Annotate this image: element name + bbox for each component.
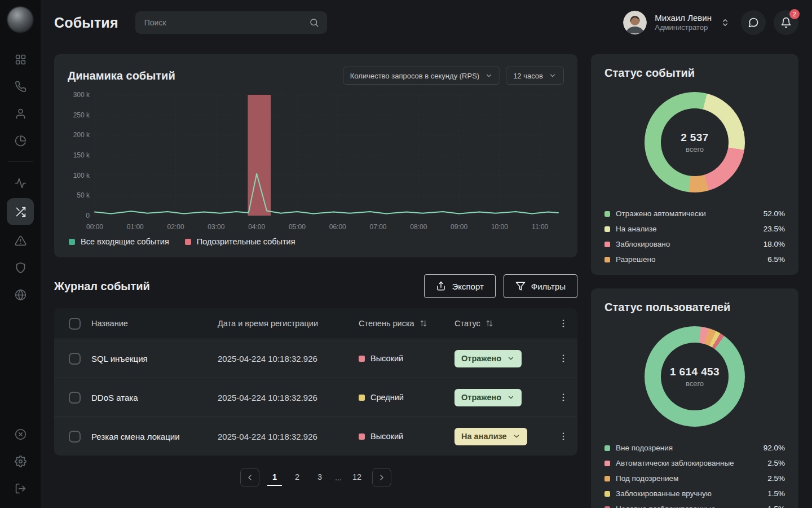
events-status-card: Статус событий 2 537 всего Отражено авто… <box>591 54 798 275</box>
legend-label: Заблокировано <box>616 240 670 248</box>
legend-value: 92.0% <box>764 444 785 452</box>
legend-swatch <box>604 226 610 232</box>
row-kebab-menu-icon[interactable] <box>558 353 568 364</box>
user-name: Михаил Левин <box>655 13 712 24</box>
alert-triangle-icon <box>15 235 27 247</box>
svg-text:06:00: 06:00 <box>329 223 346 231</box>
svg-text:200 k: 200 k <box>73 131 90 139</box>
chevron-down-icon <box>507 354 515 362</box>
filters-button[interactable]: Фильтры <box>504 274 577 298</box>
chevron-down-icon <box>549 72 557 80</box>
sidebar-item-activity[interactable] <box>7 171 34 195</box>
sidebar-item-alert-triangle[interactable] <box>7 229 34 252</box>
chevron-down-icon <box>513 432 520 440</box>
pagination-page-3[interactable]: 3 <box>312 469 327 486</box>
metric-select[interactable]: Количество запросов в секунду (RPS) <box>343 67 500 85</box>
svg-text:100 k: 100 k <box>73 172 90 179</box>
settings-icon <box>15 456 27 467</box>
sidebar-item-pie-chart[interactable] <box>7 129 34 152</box>
svg-text:11:00: 11:00 <box>532 223 548 231</box>
sidebar-divider <box>8 161 33 162</box>
events-status-legend: Отражено автоматически52.0%На анализе23.… <box>604 203 785 264</box>
message-icon <box>748 17 759 28</box>
status-dropdown[interactable]: Отражено <box>454 389 522 406</box>
search-input[interactable] <box>135 11 327 34</box>
pagination-page-12[interactable]: 12 <box>350 469 364 486</box>
sidebar-item-user[interactable] <box>7 102 34 125</box>
app-logo[interactable] <box>7 7 33 33</box>
legend-label: Недавно разблокированные <box>616 505 716 508</box>
sidebar-item-log-out[interactable] <box>7 476 34 500</box>
column-status[interactable]: Статус <box>454 319 541 328</box>
event-name: DDoS атака <box>91 393 218 402</box>
sidebar-item-phone[interactable] <box>7 75 34 98</box>
legend-swatch <box>604 476 610 481</box>
column-risk[interactable]: Степень риска <box>359 319 454 328</box>
row-checkbox[interactable] <box>69 353 81 365</box>
messages-button[interactable] <box>741 10 766 35</box>
status-legend-item: Заблокировано18.0% <box>604 240 785 248</box>
sidebar-nav <box>7 47 34 306</box>
svg-text:03:00: 03:00 <box>208 223 224 231</box>
filters-button-label: Фильтры <box>531 282 566 291</box>
user-icon <box>15 108 27 120</box>
pagination-next[interactable] <box>372 468 391 487</box>
sidebar-item-grid[interactable] <box>7 47 34 71</box>
avatar[interactable] <box>623 11 647 34</box>
table-header-row: Название Дата и время регистрации Степен… <box>54 308 577 339</box>
status-dropdown[interactable]: Отражено <box>454 350 522 367</box>
grid-icon <box>15 54 27 65</box>
svg-text:50 k: 50 k <box>77 191 90 199</box>
pagination-prev[interactable] <box>240 468 259 487</box>
row-checkbox[interactable] <box>69 392 81 404</box>
sidebar-item-shuffle[interactable] <box>7 198 34 225</box>
dynamics-card: Динамика событий Количество запросов в с… <box>54 54 577 257</box>
donut-center: 1 614 453 всего <box>661 343 729 410</box>
status-legend-item: На анализе23.5% <box>604 225 785 233</box>
row-kebab-menu-icon[interactable] <box>558 431 568 441</box>
table-kebab-menu-icon[interactable] <box>558 318 568 329</box>
sidebar-item-settings[interactable] <box>7 449 34 473</box>
users-total-caption: всего <box>686 379 704 388</box>
legend-value: 23.5% <box>764 225 785 233</box>
chevrons-up-down-icon[interactable] <box>721 18 730 27</box>
notifications-button[interactable]: 2 <box>774 10 798 35</box>
search-icon <box>309 17 319 28</box>
legend-label: Отражено автоматически <box>616 209 706 218</box>
user-meta[interactable]: Михаил Левин Администратор <box>655 13 712 33</box>
globe-icon <box>15 289 27 301</box>
risk-swatch <box>359 395 365 401</box>
row-kebab-menu-icon[interactable] <box>558 392 568 402</box>
sidebar-item-globe[interactable] <box>7 283 34 306</box>
log-title: Журнал событий <box>54 280 150 293</box>
status-dropdown[interactable]: На анализе <box>454 428 527 445</box>
legend-label: Все входящие события <box>81 237 169 246</box>
row-checkbox[interactable] <box>69 431 81 443</box>
table-row: DDoS атака2025-04-224 10:18:32.926Средни… <box>54 378 577 417</box>
user-role: Администратор <box>655 23 712 32</box>
users-status-donut: 1 614 453 всего <box>645 326 745 427</box>
risk-swatch <box>359 433 365 440</box>
log-out-icon <box>15 483 27 494</box>
select-all-checkbox[interactable] <box>69 318 81 330</box>
export-button[interactable]: Экспорт <box>424 274 495 298</box>
period-select[interactable]: 12 часов <box>506 67 564 85</box>
pagination-page-1[interactable]: 1 <box>267 469 282 486</box>
event-datetime: 2025-04-224 10:18:32.926 <box>218 432 359 441</box>
users-status-title: Статус пользователей <box>604 301 785 314</box>
chevron-down-icon <box>485 72 493 80</box>
pagination-page-2[interactable]: 2 <box>290 469 304 486</box>
chevron-left-icon <box>245 473 254 482</box>
chevron-down-icon <box>507 393 515 401</box>
chart-legend-item: Все входящие события <box>69 237 169 246</box>
sidebar-item-shield[interactable] <box>7 256 34 279</box>
events-line-chart: 300 k250 k200 k150 k100 k50 k000:0001:00… <box>68 90 564 236</box>
pie-chart-icon <box>15 135 27 147</box>
svg-text:01:00: 01:00 <box>127 223 144 231</box>
status-legend-item: Автоматически заблокированные2.5% <box>604 459 785 467</box>
users-status-legend: Вне подозрения92.0%Автоматически заблоки… <box>604 437 785 508</box>
incoming-events-line <box>95 174 558 214</box>
sidebar-item-x-circle[interactable] <box>7 422 34 446</box>
shield-icon <box>15 262 27 274</box>
legend-value: 1.5% <box>767 489 785 498</box>
